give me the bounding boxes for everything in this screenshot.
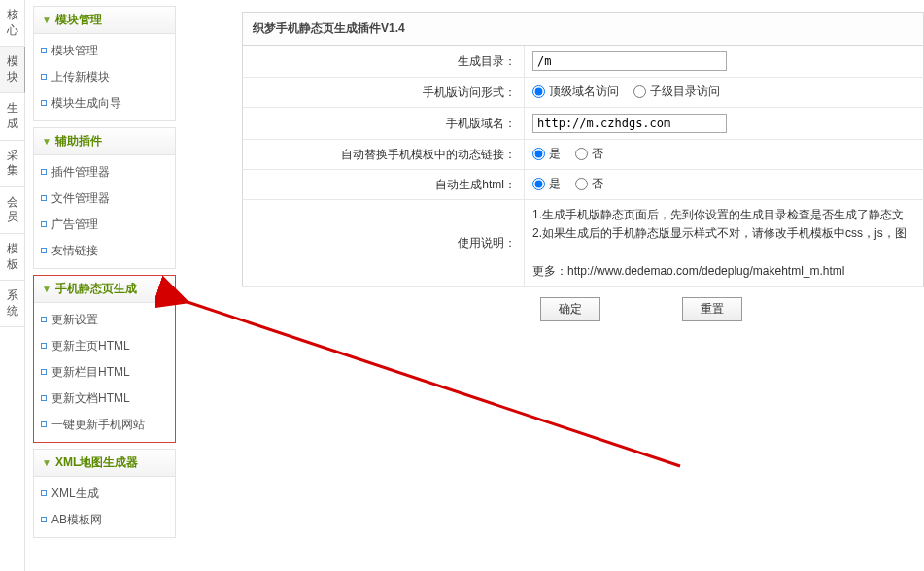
chevron-down-icon: ▼ [42,284,51,294]
field-label: 手机版访问形式： [243,78,525,108]
tab-generate[interactable]: 生成 [0,93,24,140]
sidebar-item[interactable]: 广告管理 [34,212,175,238]
ok-button[interactable]: 确定 [540,297,600,321]
radio-input[interactable] [575,148,588,160]
radio-replace-no[interactable]: 否 [575,146,603,162]
group-xml: ▼XML地图生成器 XML生成 AB模板网 [33,449,176,538]
sidebar-item[interactable]: 更新文档HTML [34,386,175,412]
radio-label: 是 [549,146,561,162]
group-title: XML地图生成器 [55,455,138,469]
group-module-manage: ▼模块管理 模块管理 上传新模块 模块生成向导 [33,6,176,121]
group-title: 模块管理 [55,13,102,26]
chevron-down-icon: ▼ [42,15,51,25]
sidebar-item[interactable]: 一键更新手机网站 [34,412,175,438]
sidebar-item[interactable]: 更新栏目HTML [34,359,175,386]
group-header[interactable]: ▼XML地图生成器 [34,450,175,477]
sidebar-item[interactable]: 友情链接 [34,238,175,264]
group-header[interactable]: ▼手机静态页生成 [34,276,175,303]
radio-input[interactable] [532,148,545,160]
radio-input[interactable] [633,85,646,98]
tab-system[interactable]: 系统 [0,281,24,327]
field-label: 手机版域名： [243,108,525,140]
field-label: 自动替换手机模板中的动态链接： [243,140,525,170]
desc-line: 更多：http://www.dedemao.com/dedeplug/makeh… [532,262,915,281]
group-plugins: ▼辅助插件 插件管理器 文件管理器 广告管理 友情链接 [33,127,176,269]
radio-replace-yes[interactable]: 是 [532,146,561,162]
sidebar-item[interactable]: AB模板网 [34,507,175,533]
gen-dir-input[interactable] [532,51,727,71]
radio-top-domain[interactable]: 顶级域名访问 [532,84,619,100]
radio-label: 子级目录访问 [650,84,720,100]
sidebar-item[interactable]: 插件管理器 [34,159,175,185]
sidebar-item[interactable]: 上传新模块 [34,64,175,90]
domain-input[interactable] [532,114,727,133]
sidebar-item[interactable]: 文件管理器 [34,185,175,212]
group-title: 手机静态页生成 [55,282,137,295]
radio-input[interactable] [575,178,588,190]
sidebar-item[interactable]: XML生成 [34,481,175,507]
tab-member[interactable]: 会员 [0,187,24,234]
chevron-down-icon: ▼ [42,136,51,147]
field-label: 使用说明： [243,200,525,287]
radio-auto-yes[interactable]: 是 [532,176,561,192]
radio-label: 顶级域名访问 [549,84,619,100]
radio-input[interactable] [532,85,545,98]
group-header[interactable]: ▼模块管理 [34,7,175,34]
settings-form: 生成目录： 手机版访问形式： 顶级域名访问 子级目录访问 手机版域名： 自动替换… [242,46,924,287]
reset-button[interactable]: 重置 [682,297,742,321]
desc-line: 1.生成手机版静态页面后，先到你设置的生成目录检查是否生成了静态文 [532,206,915,224]
radio-sub-dir[interactable]: 子级目录访问 [633,84,720,100]
radio-label: 否 [592,176,603,192]
group-mobile-static: ▼手机静态页生成 更新设置 更新主页HTML 更新栏目HTML 更新文档HTML… [33,275,176,443]
field-label: 自动生成html： [243,170,525,200]
button-row: 确定 重置 [242,287,924,331]
group-header[interactable]: ▼辅助插件 [34,128,175,155]
group-title: 辅助插件 [55,134,102,148]
tab-collect[interactable]: 采集 [0,141,24,187]
tab-template[interactable]: 模板 [0,234,24,281]
sidebar-item[interactable]: 更新主页HTML [34,333,175,359]
sidebar-item[interactable]: 模块生成向导 [34,90,175,117]
desc-cell: 1.生成手机版静态页面后，先到你设置的生成目录检查是否生成了静态文 2.如果生成… [525,200,924,287]
chevron-down-icon: ▼ [42,457,51,468]
radio-label: 否 [592,146,603,162]
tab-core[interactable]: 核心 [0,0,24,47]
radio-label: 是 [549,176,561,192]
sidebar: ▼模块管理 模块管理 上传新模块 模块生成向导 ▼辅助插件 插件管理器 文件管理… [25,0,184,571]
desc-line: 2.如果生成后的手机静态版显示样式不对，请修改手机模板中css，js，图 [532,224,915,243]
field-label: 生成目录： [243,46,525,78]
tab-module[interactable]: 模块 [0,47,25,93]
panel-title: 织梦手机静态页生成插件V1.4 [242,12,924,46]
radio-input[interactable] [532,178,545,190]
main-content: 织梦手机静态页生成插件V1.4 生成目录： 手机版访问形式： 顶级域名访问 子级… [184,0,924,571]
sidebar-item[interactable]: 更新设置 [34,307,175,333]
radio-auto-no[interactable]: 否 [575,176,603,192]
left-tabs: 核心 模块 生成 采集 会员 模板 系统 [0,0,25,571]
sidebar-item[interactable]: 模块管理 [34,38,175,64]
